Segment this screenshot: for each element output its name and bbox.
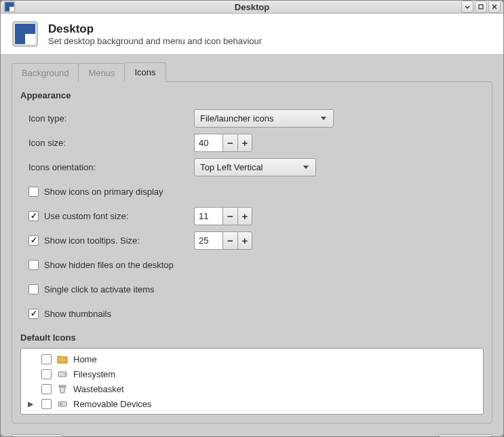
titlebar-title: Desktop <box>235 2 269 12</box>
filesystem-label: Filesystem <box>73 369 115 379</box>
close-button[interactable]: Close <box>438 434 492 437</box>
show-primary-label: Show icons on primary display <box>44 187 163 197</box>
hidden-files-checkbox[interactable] <box>28 260 39 270</box>
tooltips-increment[interactable]: + <box>237 231 252 250</box>
svg-rect-9 <box>59 385 66 387</box>
svg-rect-6 <box>25 34 35 44</box>
default-icon-row-home: Home <box>21 352 483 366</box>
header-app-icon <box>12 20 39 48</box>
custom-font-label: Use custom font size: <box>44 211 128 221</box>
header-subtitle: Set desktop background and menu and icon… <box>48 36 262 46</box>
tabs: Background Menus Icons <box>12 62 492 81</box>
default-icon-row-removable: ▶ Removable Devices <box>21 396 483 411</box>
trash-icon <box>57 383 68 394</box>
icon-type-value: File/launcher icons <box>200 113 273 124</box>
removable-drive-icon <box>57 398 68 409</box>
maximize-button[interactable] <box>475 1 487 13</box>
section-appearance-title: Appearance <box>20 90 484 100</box>
header: Desktop Set desktop background and menu … <box>1 14 503 55</box>
tab-panel-icons: Appearance Icon type: File/launcher icon… <box>12 81 492 423</box>
tab-icons[interactable]: Icons <box>124 62 166 82</box>
removable-checkbox[interactable] <box>41 399 52 409</box>
svg-rect-11 <box>60 403 62 405</box>
tooltips-label: Show icon tooltips. Size: <box>44 235 140 246</box>
thumbnails-checkbox[interactable] <box>28 309 39 319</box>
footer: ? Help Close <box>1 429 503 437</box>
hidden-files-label: Show hidden files on the desktop <box>44 260 174 270</box>
drive-icon <box>57 368 68 379</box>
svg-rect-3 <box>479 5 483 9</box>
help-button[interactable]: ? Help <box>12 434 63 437</box>
close-icon <box>492 4 497 10</box>
default-icon-row-wastebasket: Wastebasket <box>21 381 483 396</box>
tab-menus[interactable]: Menus <box>78 63 125 82</box>
close-window-button[interactable] <box>488 1 501 13</box>
window: Desktop Desktop Set desktop background a… <box>0 0 504 437</box>
tab-background[interactable]: Background <box>12 63 79 82</box>
tooltips-decrement[interactable]: − <box>222 231 237 250</box>
orientation-value: Top Left Vertical <box>200 162 263 172</box>
default-icons-list: Home Filesystem Wastebasket <box>20 348 484 415</box>
show-primary-checkbox[interactable] <box>28 187 39 197</box>
tooltips-checkbox[interactable] <box>28 235 39 246</box>
icon-size-input[interactable] <box>194 134 222 152</box>
tooltips-input[interactable] <box>194 231 222 250</box>
removable-label: Removable Devices <box>73 399 152 409</box>
icon-type-label: Icon type: <box>20 113 194 124</box>
wastebasket-checkbox[interactable] <box>41 384 52 394</box>
orientation-label: Icons orientation: <box>20 162 194 172</box>
icon-size-increment[interactable]: + <box>237 134 252 152</box>
filesystem-checkbox[interactable] <box>41 369 52 379</box>
titlebar-app-icon <box>3 1 16 13</box>
home-label: Home <box>73 354 97 364</box>
single-click-checkbox[interactable] <box>28 284 39 294</box>
default-icon-row-filesystem: Filesystem <box>21 366 483 381</box>
titlebar: Desktop <box>1 1 503 14</box>
icon-size-decrement[interactable]: − <box>222 134 237 152</box>
icon-size-label: Icon size: <box>20 138 194 148</box>
custom-font-decrement[interactable]: − <box>222 207 237 225</box>
thumbnails-label: Show thumbnails <box>44 309 111 319</box>
header-title: Desktop <box>48 22 262 36</box>
wastebasket-label: Wastebasket <box>73 384 124 394</box>
removable-expand-toggle[interactable]: ▶ <box>28 400 36 408</box>
home-checkbox[interactable] <box>41 354 52 364</box>
custom-font-checkbox[interactable] <box>28 211 39 221</box>
custom-font-input[interactable] <box>194 207 222 225</box>
single-click-label: Single click to activate items <box>44 284 155 294</box>
minimize-button[interactable] <box>461 1 473 13</box>
minimize-icon <box>465 4 470 10</box>
content-area: Background Menus Icons Appearance Icon t… <box>1 55 503 429</box>
maximize-icon <box>478 4 484 10</box>
orientation-dropdown[interactable]: Top Left Vertical <box>194 158 316 176</box>
home-folder-icon <box>57 354 68 364</box>
custom-font-increment[interactable]: + <box>237 207 252 225</box>
icon-type-dropdown[interactable]: File/launcher icons <box>194 109 334 128</box>
svg-rect-2 <box>9 7 14 12</box>
svg-point-8 <box>64 374 66 375</box>
section-default-icons-title: Default Icons <box>20 332 484 343</box>
